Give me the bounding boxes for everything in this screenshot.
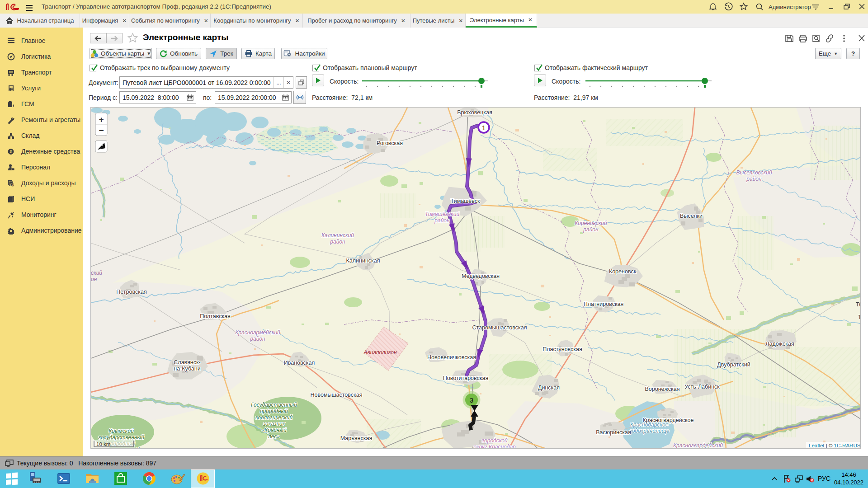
svg-text:Красногвардейский: Красногвардейский: [673, 442, 723, 449]
svg-text:Славянск-: Славянск-: [174, 359, 200, 366]
svg-text:Кореновск: Кореновск: [609, 268, 637, 275]
svg-text:10 km: 10 km: [96, 441, 110, 447]
svg-text:+: +: [99, 115, 104, 124]
svg-text:Новотитаровская: Новотитаровская: [443, 375, 489, 381]
svg-text:городской: городской: [481, 437, 508, 444]
svg-text:заказник: заказник: [263, 421, 286, 427]
svg-text:ский: ский: [91, 270, 102, 276]
svg-text:район: район: [434, 217, 450, 224]
svg-text:Усть-Лабинск: Усть-Лабинск: [684, 384, 720, 390]
svg-text:округ Краснодар: округ Краснодар: [473, 444, 516, 449]
svg-text:−: −: [99, 126, 104, 135]
svg-text:на-Кубани: на-Кубани: [174, 366, 200, 372]
svg-text:Leaflet | © 1C-RARUS: Leaflet | © 1C-RARUS: [809, 443, 861, 448]
svg-text:район: район: [746, 176, 762, 182]
svg-text:Выселки: Выселки: [680, 213, 703, 219]
svg-text:Динская: Динская: [538, 385, 560, 391]
svg-text:3: 3: [470, 396, 473, 404]
svg-text:Петровская: Петровская: [116, 289, 146, 295]
svg-text:₽: ₽: [11, 183, 14, 187]
svg-text:Васюринская: Васюринская: [596, 429, 631, 436]
svg-text:Калининский: Калининский: [321, 232, 354, 239]
svg-text:район: район: [583, 226, 599, 233]
svg-text:Брюховецкая: Брюховецкая: [457, 109, 492, 116]
svg-text:Марьянская: Марьянская: [340, 435, 372, 441]
svg-text:Платнировская: Платнировская: [584, 301, 624, 307]
svg-text:Тб: Тб: [856, 301, 861, 308]
svg-text:он: он: [91, 276, 97, 282]
svg-text:Полтавская: Полтавская: [200, 313, 231, 319]
svg-text:Двубратский: Двубратский: [717, 361, 750, 368]
svg-text:1: 1: [482, 124, 486, 131]
svg-text:«Красный: «Красный: [261, 427, 287, 433]
svg-text:Воронежская: Воронежская: [645, 386, 680, 392]
svg-text:Т6: Т6: [858, 314, 861, 320]
svg-text:Тимашёвск: Тимашёвск: [451, 198, 480, 204]
svg-text:Тимашёвский: Тимашёвский: [425, 211, 459, 217]
svg-text:₽: ₽: [9, 150, 12, 154]
svg-text:район: район: [250, 336, 265, 342]
svg-text:Государственный: Государственный: [251, 402, 297, 408]
svg-text:Пластуновская: Пластуновская: [542, 346, 582, 352]
svg-text:Авиаполигон: Авиаполигон: [363, 349, 397, 356]
svg-text:Ивановская: Ивановская: [284, 360, 315, 366]
svg-text:Роговская: Роговская: [377, 140, 403, 146]
svg-text:Ладожская: Ладожская: [765, 341, 794, 347]
svg-text:район: район: [330, 239, 345, 245]
svg-text:зоологический: зоологический: [255, 414, 293, 421]
svg-text:водохранилище: водохранилище: [629, 428, 670, 434]
svg-text:природный: природный: [260, 408, 288, 414]
svg-text:Новомышастовская: Новомышастовская: [311, 392, 363, 398]
svg-text:Старомышастовская: Старомышастовская: [472, 324, 527, 331]
svg-text:Калининская: Калининская: [346, 258, 380, 264]
svg-text:лес»: лес»: [268, 433, 280, 440]
svg-text:государственный: государственный: [98, 434, 144, 441]
svg-text:Выселковский: Выселковский: [736, 169, 772, 176]
svg-text:Крымский: Крымский: [108, 428, 134, 434]
svg-text:Нововеличковская: Нововеличковская: [427, 354, 476, 361]
svg-text:Краснодарское: Краснодарское: [630, 422, 669, 428]
svg-text:Медведовская: Медведовская: [462, 273, 500, 279]
svg-text:Красноармейский: Красноармейский: [235, 329, 280, 336]
svg-text:Кореновский: Кореновский: [575, 220, 607, 226]
